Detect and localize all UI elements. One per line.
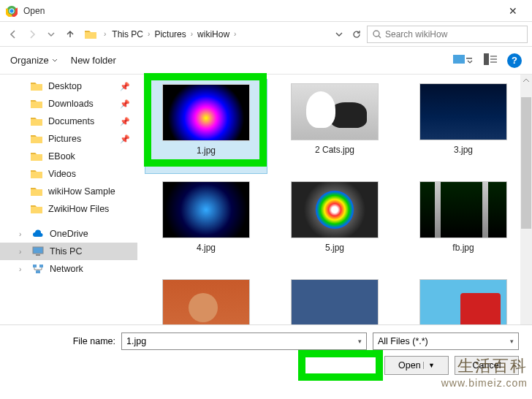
svg-rect-12	[33, 247, 43, 254]
breadcrumb: This PC › Pictures › wikiHow ›	[109, 26, 365, 43]
svg-rect-13	[36, 254, 40, 256]
window-title: Open	[23, 6, 45, 16]
svg-rect-8	[484, 53, 489, 65]
file-label: 2 Cats.jpg	[315, 145, 354, 155]
folder-icon	[31, 98, 42, 110]
svg-rect-10	[490, 58, 497, 60]
svg-rect-7	[466, 58, 472, 59]
pc-icon	[32, 246, 44, 257]
file-item[interactable]: 2 Cats.jpg	[273, 79, 396, 174]
svg-rect-16	[36, 270, 40, 273]
help-button[interactable]: ?	[507, 53, 522, 68]
toolbar: Organize New folder ?	[0, 47, 532, 75]
sidebar-item-zwikihow-files[interactable]: ZwikiHow Files	[0, 200, 137, 218]
folder-icon	[31, 203, 42, 215]
chevron-right-icon[interactable]: ›	[102, 30, 107, 38]
svg-rect-9	[490, 56, 497, 57]
search-input[interactable]: Search wikiHow	[367, 26, 528, 43]
up-button[interactable]	[61, 26, 79, 43]
thumbnail	[419, 83, 507, 140]
network-icon	[32, 263, 44, 275]
file-item[interactable]: 4.jpg	[145, 177, 267, 272]
file-grid: 1.jpg2 Cats.jpg3.jpg4.jpg5.jpgfb.jpg	[137, 75, 532, 324]
sidebar-item-pictures[interactable]: Pictures📌	[0, 130, 137, 148]
chevron-right-icon[interactable]: ›	[232, 30, 238, 38]
file-item[interactable]: 3.jpg	[402, 79, 525, 174]
svg-rect-6	[453, 55, 465, 64]
sidebar-item-downloads[interactable]: Downloads📌	[0, 95, 137, 113]
back-button[interactable]	[4, 26, 22, 43]
svg-point-5	[373, 31, 379, 37]
chevron-down-icon[interactable]: ▾	[358, 338, 362, 345]
file-label: 4.jpg	[197, 243, 216, 253]
file-item[interactable]	[145, 275, 267, 324]
sidebar-item-desktop[interactable]: Desktop📌	[0, 77, 137, 95]
filename-input[interactable]: 1.jpg ▾	[121, 332, 367, 350]
folder-icon	[31, 186, 42, 197]
file-item[interactable]: 5.jpg	[273, 177, 396, 272]
file-item[interactable]	[402, 275, 525, 324]
chevron-right-icon[interactable]: ›	[189, 30, 194, 38]
organize-menu[interactable]: Organize	[10, 55, 58, 66]
chevron-down-icon[interactable]: ▾	[510, 338, 514, 345]
file-label: 3.jpg	[454, 145, 473, 155]
chrome-icon	[6, 5, 18, 17]
recent-dropdown[interactable]	[42, 26, 60, 43]
expand-icon[interactable]: ›	[19, 265, 26, 273]
file-label: 1.jpg	[197, 145, 216, 156]
search-placeholder: Search wikiHow	[385, 29, 447, 39]
title-bar: Open ✕	[0, 0, 532, 22]
sidebar: Desktop📌Downloads📌Documents📌Pictures📌EBo…	[0, 75, 137, 324]
svg-rect-11	[490, 61, 497, 63]
thumbnail	[419, 279, 507, 324]
crumb-wikihow[interactable]: wikiHow	[194, 28, 232, 41]
thumbnail	[291, 181, 379, 238]
file-filter-dropdown[interactable]: All Files (*.*) ▾	[373, 332, 519, 350]
breadcrumb-dropdown[interactable]	[330, 26, 348, 43]
sidebar-item-wikihow-sample[interactable]: wikiHow Sample	[0, 183, 137, 200]
view-thumbnails-button[interactable]	[453, 53, 474, 68]
new-folder-button[interactable]: New folder	[71, 55, 116, 66]
highlight-frame	[298, 350, 383, 381]
scroll-thumb[interactable]	[521, 97, 531, 229]
sidebar-item-videos[interactable]: Videos	[0, 165, 137, 183]
sidebar-item-ebook[interactable]: EBook	[0, 148, 137, 165]
chevron-right-icon[interactable]: ›	[146, 30, 151, 38]
sidebar-item-network[interactable]: ›Network	[0, 260, 137, 278]
sidebar-item-this-pc[interactable]: ›This PC	[0, 243, 137, 260]
filename-label: File name:	[13, 336, 115, 346]
view-details-button[interactable]	[484, 53, 497, 68]
svg-rect-15	[39, 265, 43, 267]
thumbnail	[419, 181, 507, 238]
pin-icon: 📌	[120, 134, 130, 144]
forward-button[interactable]	[23, 26, 41, 43]
sidebar-item-documents[interactable]: Documents📌	[0, 113, 137, 130]
file-label: fb.jpg	[452, 243, 474, 253]
file-item[interactable]	[273, 275, 396, 324]
folder-icon	[31, 168, 42, 180]
file-item[interactable]: fb.jpg	[402, 177, 525, 272]
bottom-bar: File name: 1.jpg ▾ All Files (*.*) ▾ Ope…	[0, 324, 532, 381]
expand-icon[interactable]: ›	[19, 248, 26, 256]
expand-icon[interactable]: ›	[19, 230, 26, 238]
folder-icon	[31, 151, 42, 162]
sidebar-item-onedrive[interactable]: ›OneDrive	[0, 225, 137, 243]
folder-icon	[31, 133, 42, 145]
scrollbar[interactable]	[520, 75, 532, 324]
pin-icon: 📌	[120, 82, 130, 91]
nav-row: › This PC › Pictures › wikiHow › Search …	[0, 22, 532, 47]
folder-icon	[31, 80, 42, 92]
thumbnail	[291, 279, 379, 324]
file-item[interactable]: 1.jpg	[145, 79, 267, 174]
crumb-pictures[interactable]: Pictures	[151, 28, 189, 41]
crumb-this-pc[interactable]: This PC	[109, 28, 146, 41]
thumbnail	[291, 83, 379, 140]
open-button[interactable]: Open ▼	[384, 356, 449, 375]
refresh-button[interactable]	[348, 26, 365, 43]
file-label: 5.jpg	[325, 243, 344, 253]
search-icon	[372, 29, 382, 39]
cloud-icon	[32, 228, 44, 240]
pin-icon: 📌	[120, 99, 130, 109]
cancel-button[interactable]: Cancel	[455, 356, 519, 375]
close-button[interactable]: ✕	[500, 2, 526, 20]
